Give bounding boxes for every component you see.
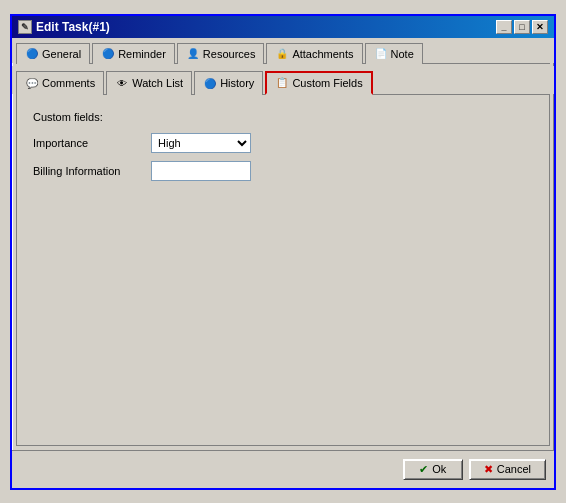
minimize-button[interactable]: _ — [496, 20, 512, 34]
tab-resources-label: Resources — [203, 48, 256, 60]
tab-history[interactable]: 🔵 History — [194, 71, 263, 95]
resources-tab-icon: 👤 — [186, 47, 200, 61]
reminder-tab-icon: 🔵 — [101, 47, 115, 61]
window-title: Edit Task(#1) — [36, 20, 110, 34]
tab-watchlist-label: Watch List — [132, 77, 183, 89]
note-tab-icon: 📄 — [374, 47, 388, 61]
tab-resources[interactable]: 👤 Resources — [177, 43, 265, 64]
tab-reminder-label: Reminder — [118, 48, 166, 60]
billing-label: Billing Information — [33, 165, 143, 177]
tab-attachments-label: Attachments — [292, 48, 353, 60]
button-bar: ✔ Ok ✖ Cancel — [12, 450, 554, 488]
importance-label: Importance — [33, 137, 143, 149]
ok-button[interactable]: ✔ Ok — [403, 459, 463, 480]
tabs-row-2: 💬 Comments 👁 Watch List 🔵 History 📋 Cust… — [12, 66, 554, 94]
watchlist-tab-icon: 👁 — [115, 76, 129, 90]
tab-general-label: General — [42, 48, 81, 60]
cancel-icon: ✖ — [484, 463, 493, 476]
importance-control: High Medium Low — [151, 133, 251, 153]
main-panel: Custom fields: Importance High Medium Lo… — [17, 95, 549, 445]
ok-label: Ok — [432, 463, 446, 475]
section-label: Custom fields: — [33, 111, 533, 123]
general-tab-icon: 🔵 — [25, 47, 39, 61]
tab-reminder[interactable]: 🔵 Reminder — [92, 43, 175, 64]
tab-comments-label: Comments — [42, 77, 95, 89]
custom-fields-section: Custom fields: Importance High Medium Lo… — [25, 103, 541, 197]
window-icon: ✎ — [18, 20, 32, 34]
tab-history-label: History — [220, 77, 254, 89]
attachments-tab-icon: 🔒 — [275, 47, 289, 61]
customfields-tab-icon: 📋 — [275, 76, 289, 90]
tab-note[interactable]: 📄 Note — [365, 43, 423, 64]
tab-attachments[interactable]: 🔒 Attachments — [266, 43, 362, 64]
importance-select[interactable]: High Medium Low — [151, 133, 251, 153]
tab-customfields[interactable]: 📋 Custom Fields — [265, 71, 372, 95]
ok-icon: ✔ — [419, 463, 428, 476]
comments-tab-icon: 💬 — [25, 76, 39, 90]
history-tab-icon: 🔵 — [203, 76, 217, 90]
billing-control — [151, 161, 251, 181]
title-controls: _ □ ✕ — [496, 20, 548, 34]
tab-comments[interactable]: 💬 Comments — [16, 71, 104, 95]
tabs-row-1: 🔵 General 🔵 Reminder 👤 Resources 🔒 Attac… — [12, 38, 554, 63]
tab-note-label: Note — [391, 48, 414, 60]
importance-field-row: Importance High Medium Low — [33, 133, 533, 153]
maximize-button[interactable]: □ — [514, 20, 530, 34]
close-button[interactable]: ✕ — [532, 20, 548, 34]
billing-field-row: Billing Information — [33, 161, 533, 181]
title-bar-left: ✎ Edit Task(#1) — [18, 20, 110, 34]
main-window: ✎ Edit Task(#1) _ □ ✕ 🔵 General 🔵 Remind… — [10, 14, 556, 490]
tab-customfields-label: Custom Fields — [292, 77, 362, 89]
cancel-label: Cancel — [497, 463, 531, 475]
tab-general[interactable]: 🔵 General — [16, 43, 90, 64]
title-bar: ✎ Edit Task(#1) _ □ ✕ — [12, 16, 554, 38]
billing-input[interactable] — [151, 161, 251, 181]
tab-watchlist[interactable]: 👁 Watch List — [106, 71, 192, 95]
cancel-button[interactable]: ✖ Cancel — [469, 459, 546, 480]
content-border: Custom fields: Importance High Medium Lo… — [16, 94, 550, 446]
